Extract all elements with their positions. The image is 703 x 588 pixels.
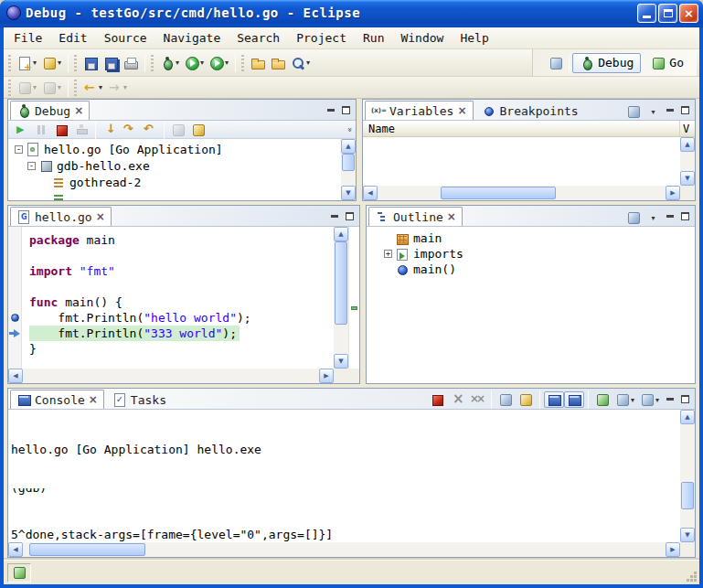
tree-item[interactable]: -hello.go [Go Application] — [8, 141, 341, 157]
terminate-button[interactable] — [51, 122, 71, 138]
tab-tasks[interactable]: Tasks — [106, 390, 173, 409]
dropdown-arrow-icon[interactable]: ▾ — [655, 396, 659, 404]
run-button[interactable]: ▾ — [182, 53, 207, 73]
code-line[interactable]: func main() { — [29, 294, 125, 310]
dropdown-arrow-icon[interactable]: ▾ — [225, 59, 229, 67]
toolbar-drag-handle[interactable] — [151, 55, 154, 71]
tree-item[interactable]: main — [378, 230, 695, 246]
menu-edit[interactable]: Edit — [50, 28, 95, 48]
close-icon[interactable]: × — [89, 394, 98, 405]
disconnect-button[interactable] — [71, 122, 91, 138]
minimize-view-button[interactable] — [662, 391, 677, 407]
minimize-view-button[interactable] — [662, 208, 677, 224]
search-button[interactable]: ▾ — [288, 53, 313, 73]
menu-file[interactable]: File — [5, 28, 50, 48]
show-console-stdout-button[interactable] — [544, 391, 564, 408]
minimize-button[interactable] — [637, 4, 656, 23]
open-go-file-button[interactable] — [248, 53, 268, 73]
toolbar-drag-handle[interactable] — [241, 55, 244, 71]
scrollbar-thumb[interactable] — [441, 187, 556, 199]
code-line[interactable]: package main — [29, 232, 118, 248]
variables-horizontal-scrollbar[interactable]: ◀ ▶ — [363, 186, 680, 200]
go-perspective-button[interactable]: Go — [644, 53, 691, 73]
open-resource-button[interactable] — [268, 53, 288, 73]
use-step-filters-button[interactable] — [188, 122, 208, 138]
drop-to-frame-button[interactable] — [168, 122, 188, 138]
terminate-console-button[interactable] — [427, 391, 447, 408]
tree-item[interactable] — [8, 190, 341, 200]
editor-horizontal-scrollbar[interactable]: ◀ ▶ — [8, 369, 334, 383]
debug-button[interactable]: ▾ — [157, 53, 182, 73]
new-button[interactable]: ▾ — [15, 53, 39, 73]
console-vertical-scrollbar[interactable]: ▲ ▼ — [680, 410, 695, 542]
scrollbar-thumb[interactable] — [681, 482, 694, 508]
scroll-right-button[interactable]: ▶ — [666, 542, 680, 557]
expand-icon[interactable]: + — [384, 250, 392, 258]
close-button[interactable]: × — [679, 4, 698, 23]
save-button[interactable] — [80, 53, 101, 73]
scroll-left-button[interactable]: ◀ — [8, 369, 23, 383]
next-annotation-button[interactable]: ▾ — [15, 78, 39, 98]
collapse-icon[interactable]: - — [15, 145, 23, 154]
code-line[interactable]: fmt.Println("333 world"); — [29, 326, 240, 341]
tab-console[interactable]: Console× — [10, 390, 104, 409]
pin-console-button[interactable] — [592, 391, 612, 408]
minimize-view-button[interactable] — [326, 208, 342, 224]
dropdown-arrow-icon[interactable]: ▾ — [58, 59, 61, 67]
print-button[interactable] — [121, 53, 141, 73]
clear-console-button[interactable] — [495, 391, 516, 408]
variables-vertical-scrollbar[interactable]: ▲ ▼ — [680, 137, 695, 186]
dropdown-arrow-icon[interactable]: ▾ — [123, 83, 127, 91]
save-all-button[interactable] — [101, 53, 121, 73]
editor-gutter[interactable] — [8, 227, 22, 369]
breakpoint-icon[interactable] — [11, 314, 19, 322]
minimize-view-button[interactable] — [662, 102, 677, 118]
menu-search[interactable]: Search — [229, 28, 288, 48]
overview-marker[interactable] — [351, 306, 357, 310]
toolbar-drag-handle[interactable] — [8, 55, 11, 71]
dropdown-arrow-icon[interactable]: ▾ — [306, 59, 310, 67]
code-line[interactable] — [29, 279, 39, 294]
maximize-view-button[interactable] — [342, 208, 357, 224]
menu-run[interactable]: Run — [355, 28, 392, 48]
toolbar-drag-handle[interactable] — [8, 80, 11, 96]
editor-vertical-scrollbar[interactable]: ▲ ▼ — [334, 227, 348, 369]
scroll-lock-button[interactable] — [516, 391, 536, 408]
remove-all-terminated-button[interactable] — [467, 391, 487, 408]
step-over-button[interactable] — [120, 122, 140, 138]
sort-button[interactable] — [623, 209, 644, 226]
close-icon[interactable]: × — [96, 211, 105, 222]
scroll-down-button[interactable]: ▼ — [680, 528, 695, 542]
dropdown-arrow-icon[interactable]: ▾ — [631, 396, 634, 404]
menu-navigate[interactable]: Navigate — [155, 28, 229, 48]
resume-button[interactable] — [11, 122, 31, 138]
maximize-view-button[interactable] — [677, 208, 693, 224]
dropdown-arrow-icon[interactable]: ▾ — [200, 59, 204, 67]
tab-hello-go[interactable]: hello.go × — [10, 207, 112, 226]
maximize-view-button[interactable] — [677, 391, 693, 407]
scroll-down-button[interactable]: ▼ — [341, 186, 356, 200]
scroll-down-button[interactable]: ▼ — [334, 354, 348, 369]
scroll-left-button[interactable]: ◀ — [363, 186, 378, 200]
menu-project[interactable]: Project — [288, 28, 355, 48]
tab-outline[interactable]: Outline × — [368, 207, 463, 226]
tree-item[interactable]: gothread-2 — [8, 174, 341, 190]
scrollbar-thumb[interactable] — [342, 154, 355, 171]
console-output[interactable]: hello.go [Go Application] hello.exe (gdb… — [11, 410, 679, 541]
collapse-all-button[interactable] — [623, 103, 644, 120]
toolbar-overflow-icon[interactable]: » — [346, 127, 355, 133]
close-icon[interactable]: × — [74, 105, 83, 116]
scrollbar-thumb[interactable] — [29, 543, 145, 556]
scroll-right-button[interactable]: ▶ — [319, 369, 334, 383]
back-button[interactable]: ▾ — [80, 78, 105, 98]
resize-grip[interactable] — [686, 571, 698, 583]
forward-button[interactable]: ▾ — [105, 78, 130, 98]
collapse-icon[interactable]: - — [27, 162, 36, 170]
toolbar-drag-handle[interactable] — [74, 55, 77, 71]
maximize-view-button[interactable] — [677, 102, 693, 118]
step-return-button[interactable] — [140, 122, 160, 138]
console-horizontal-scrollbar[interactable]: ◀ ▶ — [8, 542, 680, 557]
scroll-up-button[interactable]: ▲ — [680, 137, 695, 152]
display-selected-console-button[interactable]: ▾ — [612, 391, 637, 408]
fast-view-button[interactable] — [7, 563, 31, 583]
